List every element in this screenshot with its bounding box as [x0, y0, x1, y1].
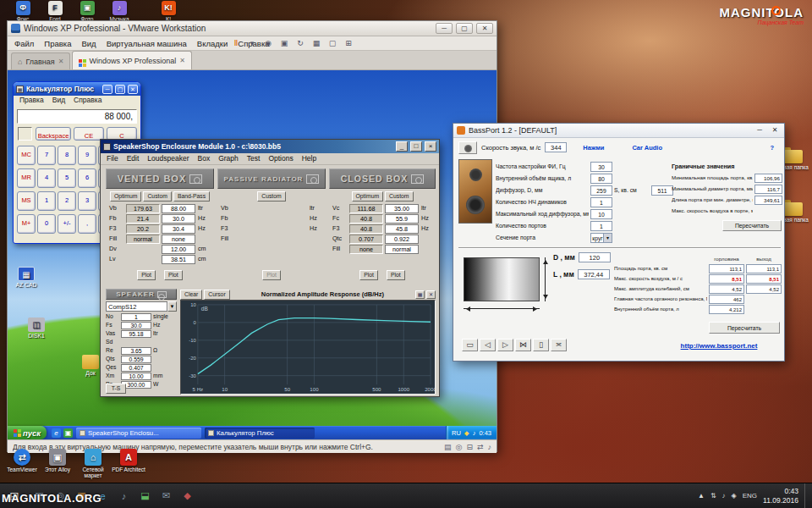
- calculator-keypad-t[interactable]: 7: [37, 146, 56, 165]
- bassport-input-form-value2[interactable]: [651, 233, 673, 243]
- vm-screen[interactable]: ▦ AZ CAD ◫ DISK1 Док ▦ Калькулятор Плюс …: [8, 70, 497, 439]
- calculator-top-keys-t[interactable]: Backspace: [36, 127, 71, 141]
- vmware-menubar-label[interactable]: Виртуальная машина: [102, 38, 192, 49]
- vented-table-custom[interactable]: 88.00: [162, 204, 195, 213]
- calculator-menubar-label[interactable]: Справка: [69, 96, 106, 107]
- calculator-keypad-t[interactable]: 4: [37, 168, 56, 188]
- speaker-table-v[interactable]: 10.00: [121, 373, 151, 380]
- calculator-keypad-t[interactable]: 8: [58, 146, 76, 165]
- speakershop-menubar-label[interactable]: Test: [243, 153, 265, 164]
- bassport-input-form-value[interactable]: 80: [590, 174, 612, 184]
- network-icon[interactable]: ⇄: [477, 443, 484, 451]
- host-desktop-icon[interactable]: ♪ Музыка: [103, 1, 135, 22]
- bassport-input-form-value[interactable]: 1: [590, 221, 612, 231]
- bassport-input-form-value2[interactable]: [651, 197, 673, 207]
- speaker-table-v[interactable]: 0.559: [121, 356, 151, 363]
- volume-icon[interactable]: ♪: [473, 429, 476, 437]
- language-indicator[interactable]: ENG: [743, 492, 757, 500]
- speaker-select-button[interactable]: [458, 141, 477, 154]
- host-desktop-icon[interactable]: F Ford: [39, 1, 71, 22]
- length-input[interactable]: 372,44: [578, 269, 610, 279]
- bassport-input-form-value[interactable]: 1: [590, 197, 612, 207]
- closed-buttons-label[interactable]: Custom: [385, 191, 413, 202]
- recalculate-button[interactable]: Пересчитать: [722, 220, 782, 231]
- ts-button[interactable]: T-S: [106, 384, 126, 394]
- calculator-keypad-t[interactable]: ,: [78, 214, 96, 234]
- close-button[interactable]: ✕: [769, 125, 781, 135]
- calculator-keypad-t[interactable]: 1: [37, 191, 56, 211]
- vented-table-custom[interactable]: 38.51: [162, 255, 195, 264]
- taskbar-app-icon[interactable]: ◆: [177, 490, 198, 501]
- calculator-keypad-t[interactable]: MC: [17, 146, 36, 165]
- plot-button[interactable]: Plot: [387, 270, 405, 280]
- calculator-keypad-t[interactable]: MR: [17, 168, 36, 188]
- calculator-keypad-t[interactable]: 2: [58, 191, 76, 211]
- port-shape-buttons-glyph[interactable]: ▷: [497, 339, 513, 351]
- power-icon[interactable]: ◉: [261, 38, 275, 49]
- vented-table-custom[interactable]: 30.4: [162, 224, 195, 234]
- xp-clock[interactable]: 0:43: [479, 429, 491, 437]
- vmware-titlebar[interactable]: Windows XP Professional - VMware Worksta…: [8, 21, 497, 36]
- bassport-site-link[interactable]: http://www.bassport.net: [656, 342, 782, 350]
- close-tab-icon[interactable]: ✕: [179, 57, 185, 64]
- revert-icon[interactable]: ↻: [294, 38, 307, 49]
- speakershop-menubar-label[interactable]: Edit: [123, 153, 144, 164]
- chevron-down-icon[interactable]: ▼: [167, 301, 177, 312]
- vented-buttons-label[interactable]: Custom: [143, 191, 171, 202]
- minimize-button[interactable]: _: [396, 141, 408, 152]
- vmware-menubar-label[interactable]: Файл: [9, 38, 39, 49]
- calculator-keypad-t[interactable]: 5: [58, 168, 76, 188]
- bassport-input-form-value2[interactable]: [651, 162, 673, 172]
- plot-button[interactable]: Plot: [262, 270, 281, 280]
- xp-desktop-icon[interactable]: ◫ DISK1: [18, 318, 55, 339]
- calculator-keypad-t[interactable]: +/-: [58, 214, 76, 234]
- chevron-down-icon[interactable]: ▾: [245, 38, 259, 49]
- taskbar-task-speakershop[interactable]: SpeakerShop Enclosu...: [76, 428, 201, 439]
- closed-table-custom[interactable]: 0.922: [385, 235, 419, 244]
- tray-network-icon[interactable]: ⇅: [710, 492, 716, 500]
- taskbar-task-calculator[interactable]: Калькулятор Плюс: [205, 428, 315, 439]
- calculator-keypad-t[interactable]: M+: [17, 214, 36, 234]
- speaker-table-v[interactable]: 1: [121, 313, 151, 321]
- plot-button[interactable]: Plot: [359, 270, 378, 280]
- taskbar-app-icon[interactable]: ♪: [113, 491, 134, 501]
- vmware-menubar-label[interactable]: Правка: [39, 38, 76, 49]
- bassport-input-form-value2[interactable]: [651, 221, 673, 231]
- maximize-button[interactable]: ▢: [456, 23, 473, 34]
- tab-xp-vm[interactable]: Windows XP Professional ✕: [72, 51, 192, 69]
- bassport-input-form-value[interactable]: круг: [590, 233, 612, 243]
- passive-table-custom[interactable]: [273, 235, 307, 244]
- clear-button[interactable]: Clear: [180, 290, 202, 300]
- speakershop-menubar-label[interactable]: Box: [194, 153, 215, 164]
- port-shape-buttons-glyph[interactable]: ≍: [551, 339, 567, 351]
- tray-volume-icon[interactable]: ♪: [722, 492, 726, 500]
- tray-shield-icon[interactable]: ◈: [732, 492, 737, 500]
- port-shape-buttons-glyph[interactable]: ◁: [480, 339, 496, 351]
- host-desktop-icon[interactable]: ▣ Этот Alloy: [41, 449, 74, 472]
- speakershop-menubar-label[interactable]: Options: [264, 153, 297, 164]
- calculator-menubar-label[interactable]: Правка: [15, 96, 48, 107]
- plot-button[interactable]: Plot: [164, 270, 183, 280]
- close-button[interactable]: ×: [425, 141, 436, 152]
- fullscreen-icon[interactable]: ⊞: [342, 38, 355, 49]
- calculator-keypad-t[interactable]: MS: [17, 191, 36, 211]
- speakershop-titlebar[interactable]: SpeakerShop Enclosure Module 1.0 - c:\80…: [101, 140, 439, 153]
- response-plot[interactable]: 5 Hz105010050010002000100-10-20-30dB: [180, 300, 436, 395]
- calculator-keypad-t[interactable]: 0: [37, 214, 56, 234]
- closed-table-custom[interactable]: 45.8: [385, 224, 419, 234]
- speakershop-menubar-label[interactable]: Loudspeaker: [143, 153, 193, 164]
- pause-icon[interactable]: ‖: [229, 38, 243, 49]
- bassport-input-form-value2[interactable]: [651, 209, 673, 219]
- cursor-button[interactable]: Cursor: [204, 290, 229, 300]
- xp-desktop-icon[interactable]: ▦ AZ CAD: [8, 267, 45, 288]
- bassport-titlebar[interactable]: BassPort 1.2 - [DEFAULT] ─ ✕: [453, 124, 784, 138]
- vented-table-custom[interactable]: none: [162, 235, 195, 244]
- bassport-input-form-value2[interactable]: 511: [651, 185, 673, 196]
- speakershop-menubar-label[interactable]: Graph: [214, 153, 243, 164]
- sound-icon[interactable]: ♪: [488, 443, 492, 451]
- tab-home[interactable]: ⌂ Главная ✕: [11, 52, 70, 69]
- host-desktop-icon[interactable]: K! K!: [152, 1, 184, 22]
- minimize-button[interactable]: ─: [102, 85, 112, 94]
- speakershop-menubar-label[interactable]: Help: [298, 153, 321, 164]
- closed-table-custom[interactable]: 55.9: [385, 214, 419, 224]
